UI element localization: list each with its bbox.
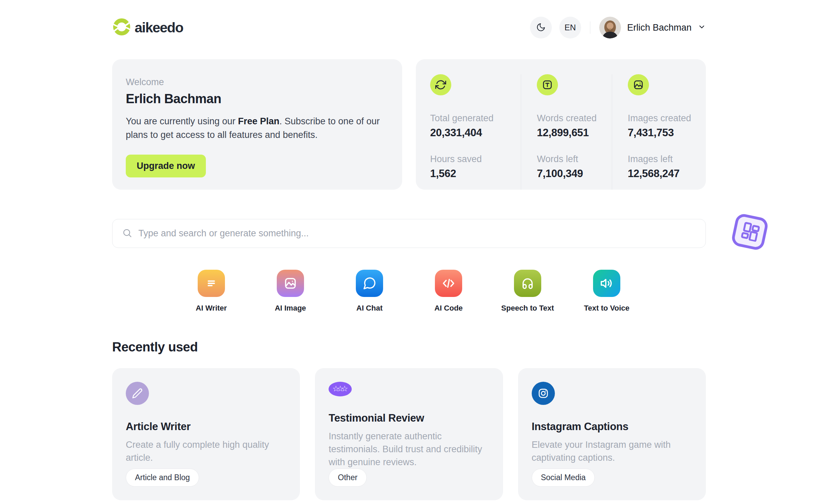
stat-value: 12,899,651 [537, 127, 611, 139]
header-controls: EN [530, 17, 706, 38]
tool-text-to-voice[interactable]: Text to Voice [580, 270, 633, 313]
search-icon [122, 228, 132, 239]
user-menu[interactable]: Erlich Bachman [599, 17, 706, 38]
headphones-icon [514, 270, 541, 297]
stat-col-generated: Total generated 20,331,404 Hours saved 1… [430, 74, 521, 190]
tool-label: AI Chat [357, 304, 383, 313]
dashboard-page: aikeedo EN [0, 0, 818, 504]
apps-grid-sticker[interactable] [730, 212, 769, 251]
tool-label: AI Writer [196, 304, 227, 313]
grid-icon [739, 220, 761, 243]
recent-card-title: Article Writer [126, 421, 191, 433]
tools-row: AI Writer AI Image AI [112, 270, 706, 313]
star-glyph: ☆ [341, 385, 348, 393]
code-icon [435, 270, 462, 297]
header: aikeedo EN [112, 16, 706, 39]
search-bar [112, 219, 706, 248]
avatar [599, 17, 621, 38]
recent-card-title: Instagram Captions [532, 421, 628, 433]
stat-label: Words left [537, 154, 611, 164]
stat-label: Images left [628, 154, 702, 164]
image-icon [277, 270, 304, 297]
stat-label: Total generated [430, 113, 521, 124]
stat-label: Images created [628, 113, 702, 124]
stat-value: 20,331,404 [430, 127, 521, 139]
category-tag: Other [329, 469, 367, 487]
words-icon [537, 74, 558, 95]
stars-icon: ☆ ☆ ☆ [329, 382, 352, 396]
stat-col-words: Words created 12,899,651 Words left 7,10… [521, 74, 611, 190]
tool-label: AI Image [275, 304, 306, 313]
recent-grid: Article Writer Create a fully complete h… [112, 368, 706, 500]
moon-icon [536, 22, 546, 33]
stat-value: 1,562 [430, 168, 521, 180]
recent-card-description: Create a fully complete high quality art… [126, 438, 286, 464]
welcome-eyebrow: Welcome [126, 77, 382, 88]
header-divider [590, 21, 590, 34]
dark-mode-toggle[interactable] [530, 17, 552, 38]
stat-col-images: Images created 7,431,753 Images left 12,… [612, 74, 702, 190]
category-tag: Article and Blog [126, 469, 199, 487]
language-button[interactable]: EN [559, 17, 581, 38]
category-tag: Social Media [532, 469, 595, 487]
aikeedo-swirl-icon [112, 17, 131, 38]
refresh-icon [430, 74, 451, 95]
plan-message: You are currently using our Free Plan. S… [126, 114, 382, 142]
tool-speech-to-text[interactable]: Speech to Text [501, 270, 554, 313]
brand-logo[interactable]: aikeedo [112, 17, 183, 38]
user-name: Erlich Bachman [627, 22, 692, 33]
recent-card-testimonial-review[interactable]: ☆ ☆ ☆ Testimonial Review Instantly gener… [315, 368, 503, 500]
tool-ai-writer[interactable]: AI Writer [185, 270, 238, 313]
recently-used-heading: Recently used [112, 340, 706, 355]
tool-label: AI Code [434, 304, 463, 313]
tool-ai-code[interactable]: AI Code [422, 270, 475, 313]
speaker-icon [593, 270, 620, 297]
images-icon [628, 74, 649, 95]
upgrade-button[interactable]: Upgrade now [126, 155, 206, 177]
chevron-down-icon [698, 23, 706, 32]
tool-ai-chat[interactable]: AI Chat [343, 270, 396, 313]
chat-icon [356, 270, 383, 297]
brand-name: aikeedo [135, 20, 183, 36]
recent-card-title: Testimonial Review [329, 412, 424, 424]
star-glyph: ☆ [332, 385, 339, 393]
usage-stats-panel: Total generated 20,331,404 Hours saved 1… [416, 59, 706, 190]
stat-value: 7,431,753 [628, 127, 702, 139]
stat-value: 7,100,349 [537, 168, 611, 180]
welcome-panel: Welcome Erlich Bachman You are currently… [112, 59, 402, 190]
recent-card-description: Elevate your Instagram game with captiva… [532, 438, 692, 464]
welcome-user-name: Erlich Bachman [126, 92, 382, 106]
stat-value: 12,568,247 [628, 168, 702, 180]
tool-label: Speech to Text [501, 304, 554, 313]
recent-card-article-writer[interactable]: Article Writer Create a fully complete h… [112, 368, 300, 500]
top-row: Welcome Erlich Bachman You are currently… [112, 59, 706, 190]
tool-ai-image[interactable]: AI Image [264, 270, 317, 313]
tool-label: Text to Voice [584, 304, 630, 313]
search-input[interactable] [138, 228, 696, 239]
instagram-icon [532, 382, 555, 405]
recent-card-instagram-captions[interactable]: Instagram Captions Elevate your Instagra… [518, 368, 706, 500]
stat-label: Hours saved [430, 154, 521, 164]
pencil-icon [126, 382, 149, 405]
recent-card-description: Instantly generate authentic testimonial… [329, 430, 489, 469]
writer-icon [198, 270, 225, 297]
plan-name: Free Plan [238, 116, 279, 126]
stat-label: Words created [537, 113, 611, 124]
